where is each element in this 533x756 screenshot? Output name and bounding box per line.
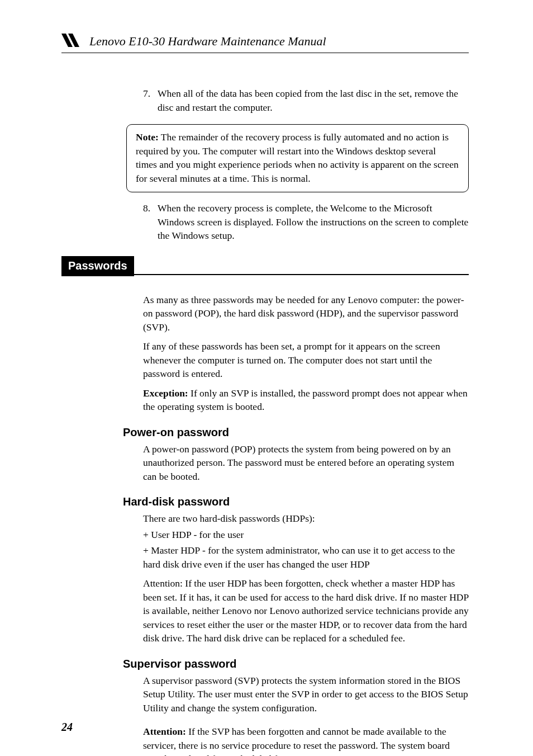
note-label: Note: xyxy=(136,131,159,143)
hard-disk-line2: + User HDP - for the user xyxy=(143,528,469,542)
hard-disk-line3: + Master HDP - for the system administra… xyxy=(143,544,469,571)
hard-disk-line4: Attention: If the user HDP has been forg… xyxy=(143,577,469,645)
power-on-text: A power-on password (POP) protects the s… xyxy=(143,442,469,484)
page-header: Lenovo E10-30 Hardware Maintenance Manua… xyxy=(61,34,469,53)
exception-label: Exception: xyxy=(143,388,188,399)
section-label: Passwords xyxy=(61,256,134,276)
note-text: The remainder of the recovery process is… xyxy=(136,131,459,184)
subheading-power-on: Power-on password xyxy=(123,426,469,439)
section-heading-passwords: Passwords xyxy=(61,256,469,276)
supervisor-text1: A supervisor password (SVP) protects the… xyxy=(143,674,469,715)
step-number: 8. xyxy=(143,201,158,243)
subheading-hard-disk: Hard-disk password xyxy=(123,495,469,508)
step-8: 8. When the recovery process is complete… xyxy=(143,201,469,243)
passwords-exception: Exception: If only an SVP is installed, … xyxy=(143,386,469,414)
attention-text: If the SVP has been forgotten and cannot… xyxy=(143,726,450,756)
header-stripes-icon xyxy=(61,34,83,49)
note-box: Note: The remainder of the recovery proc… xyxy=(126,124,469,192)
passwords-intro-1: As many as three passwords may be needed… xyxy=(143,293,469,334)
header-title: Lenovo E10-30 Hardware Maintenance Manua… xyxy=(89,34,326,49)
step-number: 7. xyxy=(143,87,158,114)
step-7: 7. When all of the data has been copied … xyxy=(143,87,469,114)
attention-label: Attention: xyxy=(143,726,186,737)
page-content: 7. When all of the data has been copied … xyxy=(61,87,469,756)
hard-disk-line1: There are two hard-disk passwords (HDPs)… xyxy=(143,512,469,526)
step-text: When all of the data has been copied fro… xyxy=(158,87,469,114)
subheading-supervisor: Supervisor password xyxy=(123,658,469,670)
section-rule xyxy=(134,256,469,275)
supervisor-attention: Attention: If the SVP has been forgotten… xyxy=(143,725,469,756)
step-text: When the recovery process is complete, t… xyxy=(158,201,469,243)
exception-text: If only an SVP is installed, the passwor… xyxy=(143,388,468,413)
page-number: 24 xyxy=(61,721,73,734)
passwords-intro-2: If any of these passwords has been set, … xyxy=(143,339,469,381)
